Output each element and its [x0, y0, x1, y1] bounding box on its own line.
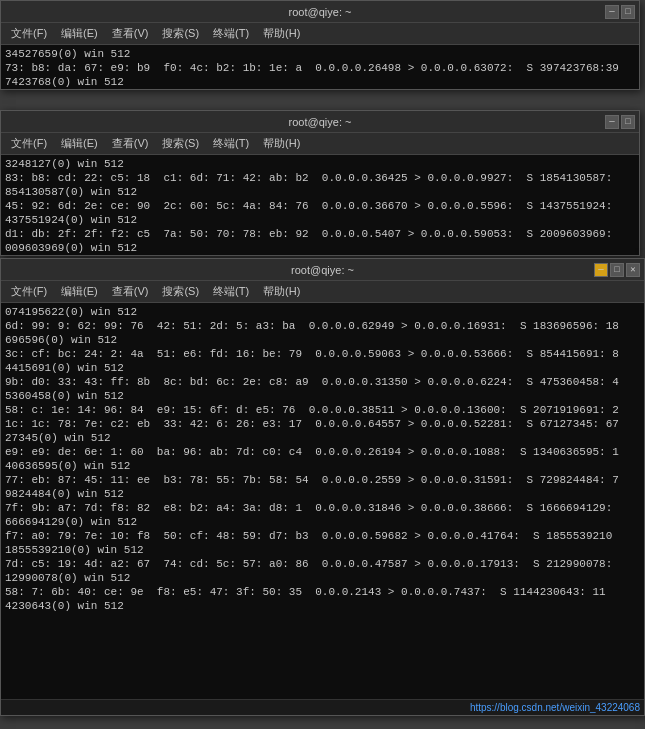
terminal-content-3: 074195622(0) win 512 6d: 99: 9: 62: 99: … — [1, 303, 644, 699]
menu-file-3[interactable]: 文件(F) — [5, 282, 53, 301]
menu-help-3[interactable]: 帮助(H) — [257, 282, 306, 301]
menubar-3: 文件(F) 编辑(E) 查看(V) 搜索(S) 终端(T) 帮助(H) — [1, 281, 644, 303]
menu-terminal-2[interactable]: 终端(T) — [207, 134, 255, 153]
close-btn-3[interactable]: ✕ — [626, 263, 640, 277]
menu-view-1[interactable]: 查看(V) — [106, 24, 155, 43]
terminal-window-2: root@qiye: ~ ─ □ 文件(F) 编辑(E) 查看(V) 搜索(S)… — [0, 110, 640, 256]
menu-file-2[interactable]: 文件(F) — [5, 134, 53, 153]
statusbar-url: https://blog.csdn.net/weixin_43224068 — [470, 702, 640, 713]
menu-edit-1[interactable]: 编辑(E) — [55, 24, 104, 43]
title-2: root@qiye: ~ — [289, 116, 352, 128]
menubar-2: 文件(F) 编辑(E) 查看(V) 搜索(S) 终端(T) 帮助(H) — [1, 133, 639, 155]
maximize-btn-3[interactable]: □ — [610, 263, 624, 277]
maximize-btn-2[interactable]: □ — [621, 115, 635, 129]
statusbar-3: https://blog.csdn.net/weixin_43224068 — [1, 699, 644, 715]
maximize-btn-1[interactable]: □ — [621, 5, 635, 19]
menu-view-2[interactable]: 查看(V) — [106, 134, 155, 153]
terminal-content-1: 34527659(0) win 512 73: b8: da: 67: e9: … — [1, 45, 639, 89]
menu-search-2[interactable]: 搜索(S) — [156, 134, 205, 153]
title-1: root@qiye: ~ — [289, 6, 352, 18]
minimize-btn-2[interactable]: ─ — [605, 115, 619, 129]
window-controls-3: ─ □ ✕ — [594, 263, 640, 277]
menu-search-3[interactable]: 搜索(S) — [156, 282, 205, 301]
title-bar-1: root@qiye: ~ ─ □ — [1, 1, 639, 23]
window-controls-2: ─ □ — [605, 115, 635, 129]
terminal-window-3: root@qiye: ~ ─ □ ✕ 文件(F) 编辑(E) 查看(V) 搜索(… — [0, 258, 645, 716]
title-bar-3: root@qiye: ~ ─ □ ✕ — [1, 259, 644, 281]
menu-edit-2[interactable]: 编辑(E) — [55, 134, 104, 153]
menu-file-1[interactable]: 文件(F) — [5, 24, 53, 43]
menu-terminal-3[interactable]: 终端(T) — [207, 282, 255, 301]
menu-search-1[interactable]: 搜索(S) — [156, 24, 205, 43]
menubar-1: 文件(F) 编辑(E) 查看(V) 搜索(S) 终端(T) 帮助(H) — [1, 23, 639, 45]
menu-view-3[interactable]: 查看(V) — [106, 282, 155, 301]
menu-help-1[interactable]: 帮助(H) — [257, 24, 306, 43]
menu-terminal-1[interactable]: 终端(T) — [207, 24, 255, 43]
minimize-btn-3[interactable]: ─ — [594, 263, 608, 277]
title-3: root@qiye: ~ — [291, 264, 354, 276]
terminal-content-2: 3248127(0) win 512 83: b8: cd: 22: c5: 1… — [1, 155, 639, 255]
minimize-btn-1[interactable]: ─ — [605, 5, 619, 19]
title-bar-2: root@qiye: ~ ─ □ — [1, 111, 639, 133]
window-controls-1: ─ □ — [605, 5, 635, 19]
menu-edit-3[interactable]: 编辑(E) — [55, 282, 104, 301]
terminal-window-1: root@qiye: ~ ─ □ 文件(F) 编辑(E) 查看(V) 搜索(S)… — [0, 0, 640, 90]
menu-help-2[interactable]: 帮助(H) — [257, 134, 306, 153]
